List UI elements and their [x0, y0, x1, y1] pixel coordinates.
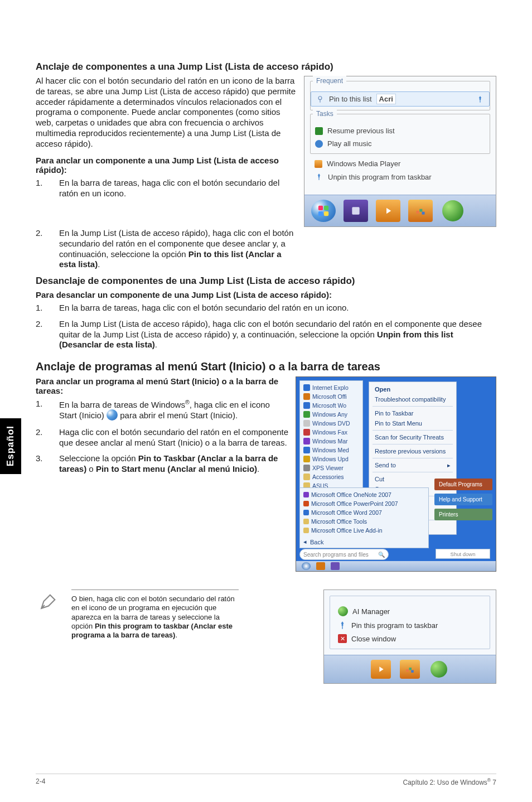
pn-close-row[interactable]: ✕ Close window — [337, 632, 483, 645]
search-placeholder: Search programs and files — [303, 552, 369, 558]
svg-point-0 — [318, 96, 322, 99]
note-b: Pin this program to taskbar (Anclar este… — [71, 622, 233, 639]
left-item-9[interactable]: XPS Viewer — [312, 465, 344, 471]
unpin-icon — [315, 172, 323, 181]
onenote-icon — [303, 492, 309, 497]
pushpin-icon[interactable] — [476, 95, 485, 104]
right-panes: Default Programs Help and Support Printe… — [434, 479, 492, 524]
left-item-2[interactable]: Microsoft Wo — [312, 402, 346, 409]
prog-icon — [303, 456, 310, 462]
svg-rect-8 — [352, 207, 359, 214]
svg-rect-16 — [406, 669, 409, 672]
svg-rect-6 — [318, 211, 323, 216]
s2-step1-num: 1. — [36, 303, 46, 313]
ctx-troubleshoot[interactable]: Troubleshoot compatibility — [369, 394, 456, 404]
s3-step3-e: . — [257, 464, 259, 474]
taskbar-app-icon-2[interactable] — [408, 200, 433, 222]
svg-rect-7 — [324, 211, 328, 216]
note-c: . — [175, 631, 177, 639]
jl-task2-label: Play all music — [327, 139, 371, 148]
svg-rect-4 — [318, 206, 323, 210]
jumplist-pinned-row[interactable]: Pin to this list Acri — [311, 91, 490, 107]
pin-program-screenshot: AI Manager Pin this program to taskbar ✕… — [323, 590, 496, 684]
s3-step1-c: para abrir el menú Start (Inicio). — [118, 410, 238, 420]
recent-3[interactable]: Microsoft Office Tools — [311, 518, 367, 525]
pn-app-row[interactable]: AI Manager — [337, 604, 483, 619]
green-orb-icon — [442, 200, 463, 221]
prog-icon — [303, 447, 310, 453]
prog-icon — [303, 438, 310, 445]
s2-step2-num: 2. — [36, 319, 46, 350]
ctx-scan[interactable]: Scan for Security Threats — [369, 432, 456, 442]
taskbar-small-2[interactable] — [331, 562, 340, 570]
pin-icon — [316, 95, 325, 104]
prog-icon — [303, 429, 310, 436]
pn-pin-row[interactable]: Pin this program to taskbar — [337, 619, 483, 632]
rp-printers[interactable]: Printers — [434, 509, 492, 520]
ctx-sendto[interactable]: Send to▸ — [369, 460, 456, 470]
svg-rect-12 — [422, 212, 425, 215]
jumplist-task-playall[interactable]: Play all music — [311, 137, 490, 150]
left-item-5[interactable]: Windows Fax — [312, 429, 347, 436]
taskbar-orb-icon[interactable] — [441, 200, 465, 222]
s1-step2-c: . — [98, 259, 100, 269]
word-icon — [303, 510, 309, 515]
svg-rect-5 — [324, 206, 328, 210]
s3-step1-a: En la barra de tareas de Windows — [59, 400, 185, 409]
s1-step1-num: 1. — [36, 178, 46, 199]
chapter-label: Capítulo 2: Uso de Windows® 7 — [403, 777, 496, 786]
left-item-4[interactable]: Windows DVD — [312, 420, 350, 427]
jumplist-app-row[interactable]: Windows Media Player — [310, 157, 490, 170]
taskbar-app-icon-1[interactable] — [344, 200, 368, 222]
ctx-pin-taskbar[interactable]: Pin to Taskbar — [369, 408, 456, 418]
ctx-pin-start[interactable]: Pin to Start Menu — [369, 418, 456, 428]
play-icon — [315, 140, 323, 148]
shutdown-button[interactable]: Shut down — [436, 549, 490, 559]
recent-1[interactable]: Microsoft Office PowerPoint 2007 — [311, 500, 398, 507]
s2-step2: En la Jump List (Lista de acceso rápido)… — [59, 319, 496, 350]
ctx-open[interactable]: Open — [369, 384, 456, 394]
pn-tb-icon-3[interactable] — [429, 660, 449, 679]
start-orb-small-icon[interactable] — [302, 562, 311, 570]
recent-4[interactable]: Microsoft Office Live Add-in — [311, 527, 383, 534]
left-item-6[interactable]: Windows Mar — [312, 438, 348, 445]
left-item-3[interactable]: Windows Any — [312, 411, 347, 418]
s2-step1: En la barra de tareas, haga clic con el … — [59, 303, 496, 313]
jl-task1-label: Resume previous list — [327, 127, 395, 135]
pn-tb-icon-1[interactable] — [371, 660, 391, 679]
back-label[interactable]: Back — [310, 539, 323, 545]
ctx-taskbar — [296, 561, 496, 571]
pushpin-small-icon — [338, 621, 347, 630]
left-item-1[interactable]: Microsoft Offi — [312, 393, 347, 400]
recent-2[interactable]: Microsoft Office Word 2007 — [311, 509, 382, 516]
rp-default[interactable]: Default Programs — [434, 479, 492, 490]
page-footer: 2-4 Capítulo 2: Uso de Windows® 7 — [36, 774, 496, 786]
svg-marker-15 — [379, 666, 383, 671]
search-box[interactable]: Search programs and files 🔍 — [299, 549, 389, 560]
jumplist-task-resume[interactable]: Resume previous list — [311, 124, 490, 137]
resume-icon — [315, 127, 323, 135]
jumplist-pin-hover-label: Pin to this list — [329, 95, 372, 103]
left-item-7[interactable]: Windows Med — [312, 447, 349, 453]
taskbar-wmp-icon[interactable] — [376, 200, 400, 222]
rp-help[interactable]: Help and Support — [434, 494, 492, 505]
jumplist-unpin-row[interactable]: Unpin this program from taskbar — [310, 170, 490, 183]
svg-marker-9 — [386, 208, 391, 214]
jl-app-label: Windows Media Player — [327, 160, 400, 168]
s3-step2-num: 2. — [36, 427, 46, 448]
side-tab-label: Español — [5, 426, 16, 466]
left-item-0[interactable]: Internet Explo — [312, 384, 349, 391]
taskbar-small-1[interactable] — [316, 562, 325, 570]
s3-step1: En la barra de tareas de Windows®, haga … — [59, 399, 289, 422]
ctx-restore[interactable]: Restore previous versions — [369, 446, 456, 456]
left-item-10[interactable]: Accessories — [312, 474, 344, 480]
svg-rect-11 — [419, 209, 422, 212]
recent-0[interactable]: Microsoft Office OneNote 2007 — [311, 491, 391, 498]
pn-pin-label: Pin this program to taskbar — [351, 621, 438, 630]
s3-step3-a: Seleccione la opción — [59, 453, 138, 463]
pn-close-label: Close window — [351, 635, 396, 643]
start-orb-icon[interactable] — [311, 200, 336, 222]
folder-icon — [303, 474, 310, 480]
left-item-8[interactable]: Windows Upd — [312, 456, 349, 462]
pn-tb-icon-2[interactable] — [400, 660, 420, 679]
